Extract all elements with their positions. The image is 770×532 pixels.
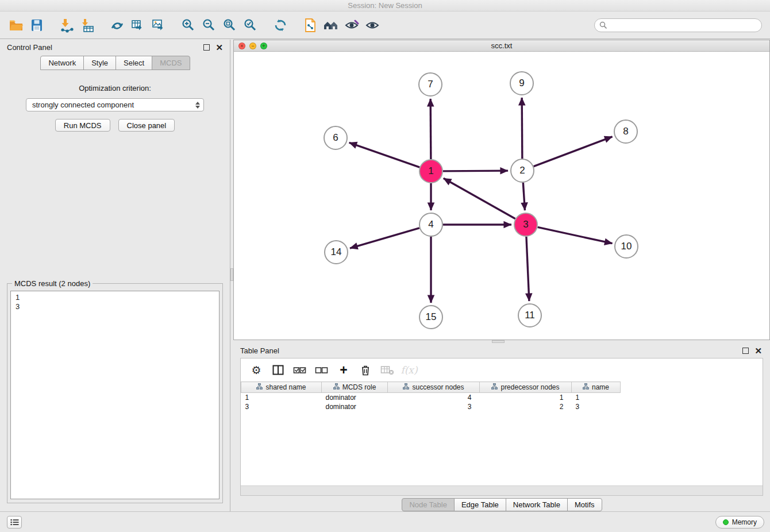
mcds-result-line: 3 — [11, 302, 219, 311]
table-cell[interactable]: 1 — [480, 393, 572, 402]
close-panel-button[interactable]: Close panel — [118, 119, 175, 132]
open-file-button[interactable] — [6, 14, 26, 36]
graph-node-10[interactable]: 10 — [614, 234, 638, 259]
criterion-select[interactable]: strongly connected component — [26, 98, 204, 111]
network-view-window: × − + scc.txt 7968124314101511 — [233, 40, 770, 340]
network-document-button[interactable] — [300, 14, 321, 36]
style-preview-button[interactable] — [341, 14, 362, 36]
refresh-view-button[interactable] — [270, 14, 291, 36]
table-cell[interactable]: 2 — [480, 402, 572, 411]
control-panel-close-icon[interactable]: ✕ — [215, 44, 223, 51]
show-columns-button[interactable] — [270, 361, 287, 379]
tab-select[interactable]: Select — [116, 56, 152, 70]
table-cell[interactable]: 1 — [241, 393, 322, 402]
table-settings-button[interactable]: ⚙ — [248, 361, 265, 379]
delete-column-button[interactable] — [357, 361, 374, 379]
home-layout-button[interactable] — [321, 14, 341, 36]
graph-node-3[interactable]: 3 — [514, 213, 538, 237]
deselect-all-button[interactable] — [313, 361, 330, 379]
graph-node-8[interactable]: 8 — [614, 119, 638, 144]
tab-node-table[interactable]: Node Table — [402, 498, 455, 511]
graph-node-15[interactable]: 15 — [419, 305, 443, 329]
column-header-predecessor-nodes[interactable]: predecessor nodes — [480, 382, 572, 393]
table-panel-float-icon[interactable] — [742, 348, 749, 354]
table-cell[interactable]: dominator — [322, 393, 388, 402]
run-mcds-button[interactable]: Run MCDS — [55, 119, 110, 132]
zoom-out-button[interactable] — [199, 14, 220, 36]
graph-edge-2-9[interactable] — [522, 98, 522, 159]
zoom-fit-button[interactable] — [220, 14, 240, 36]
memory-button[interactable]: Memory — [715, 516, 764, 529]
tab-style[interactable]: Style — [83, 56, 116, 70]
mcds-result-line: 1 — [11, 291, 219, 302]
search-field[interactable] — [594, 18, 762, 32]
tab-mcds[interactable]: MCDS — [152, 56, 190, 70]
graph-node-2[interactable]: 2 — [510, 159, 534, 183]
window-minimize-icon[interactable]: − — [249, 43, 256, 49]
select-all-button[interactable] — [291, 361, 309, 379]
select-all-icon — [293, 364, 307, 376]
node-table-body: 1dominator4113dominator323 — [241, 393, 621, 411]
zoom-selected-button[interactable] — [240, 14, 261, 36]
table-panel-close-icon[interactable]: ✕ — [754, 348, 762, 354]
control-panel-title: Control Panel — [7, 43, 52, 52]
zoom-in-button[interactable] — [178, 14, 199, 36]
column-header-name[interactable]: name — [572, 382, 621, 393]
graph-edge-1-6[interactable] — [349, 142, 420, 167]
graph-node-11[interactable]: 11 — [518, 303, 542, 327]
column-label: shared name — [265, 383, 306, 391]
criterion-select-value: strongly connected component — [32, 101, 195, 109]
import-network-file-button[interactable] — [56, 14, 77, 36]
table-cell[interactable]: 1 — [572, 393, 621, 402]
export-table-button[interactable] — [128, 14, 148, 36]
graph-edge-2-8[interactable] — [534, 137, 613, 167]
graph-node-14[interactable]: 14 — [324, 240, 348, 264]
graph-edge-3-11[interactable] — [526, 237, 529, 301]
graph-edge-4-14[interactable] — [350, 228, 419, 248]
graph-edge-3-10[interactable] — [538, 227, 613, 243]
column-label: name — [592, 383, 609, 391]
graph-node-4[interactable]: 4 — [419, 213, 443, 237]
table-row[interactable]: 3dominator323 — [241, 402, 621, 411]
save-session-button[interactable] — [26, 14, 47, 36]
new-network-from-selection-button[interactable] — [107, 14, 128, 36]
graph-edge-1-2[interactable] — [443, 171, 508, 171]
add-column-button[interactable]: + — [335, 361, 352, 379]
search-input[interactable] — [607, 21, 757, 29]
graph-node-1[interactable]: 1 — [419, 159, 443, 183]
table-row[interactable]: 1dominator411 — [241, 393, 621, 402]
table-panel: Table Panel ✕ ⚙ + f(x) — [233, 343, 770, 511]
network-canvas[interactable]: 7968124314101511 — [234, 52, 769, 340]
show-graphics-details-button[interactable] — [362, 14, 383, 36]
import-table-file-button[interactable] — [77, 14, 98, 36]
table-cell[interactable]: 3 — [572, 402, 621, 411]
window-maximize-icon[interactable]: + — [260, 43, 267, 49]
function-builder-button[interactable]: f(x) — [401, 361, 418, 379]
task-history-button[interactable] — [7, 516, 22, 529]
tab-network[interactable]: Network — [40, 56, 84, 70]
tab-motifs[interactable]: Motifs — [567, 498, 602, 511]
delete-table-button[interactable] — [379, 361, 396, 379]
column-header-successor-nodes[interactable]: successor nodes — [388, 382, 480, 393]
window-close-icon[interactable]: × — [238, 43, 245, 49]
tab-edge-table[interactable]: Edge Table — [454, 498, 506, 511]
graph-edge-3-1[interactable] — [444, 178, 515, 218]
graph-edge-2-3[interactable] — [523, 183, 525, 210]
graph-node-9[interactable]: 9 — [510, 71, 534, 95]
table-cell[interactable]: 3 — [241, 402, 322, 411]
network-window-titlebar[interactable]: × − + scc.txt — [234, 40, 769, 52]
export-image-button[interactable] — [148, 14, 169, 36]
graph-node-6[interactable]: 6 — [324, 126, 348, 150]
column-header-mcds-role[interactable]: MCDS role — [322, 382, 388, 393]
column-header-shared-name[interactable]: shared name — [241, 382, 322, 393]
tab-network-table[interactable]: Network Table — [506, 498, 568, 511]
table-scrollbar-track[interactable] — [241, 485, 763, 495]
mcds-result-list[interactable]: 13 — [10, 291, 220, 499]
function-icon: f(x) — [401, 364, 417, 376]
table-cell[interactable]: 4 — [388, 393, 480, 402]
table-cell[interactable]: 3 — [388, 402, 480, 411]
table-cell[interactable]: dominator — [322, 402, 388, 411]
graph-edge-1-7[interactable] — [430, 99, 431, 159]
control-panel-float-icon[interactable] — [203, 44, 210, 51]
graph-node-7[interactable]: 7 — [418, 72, 442, 97]
